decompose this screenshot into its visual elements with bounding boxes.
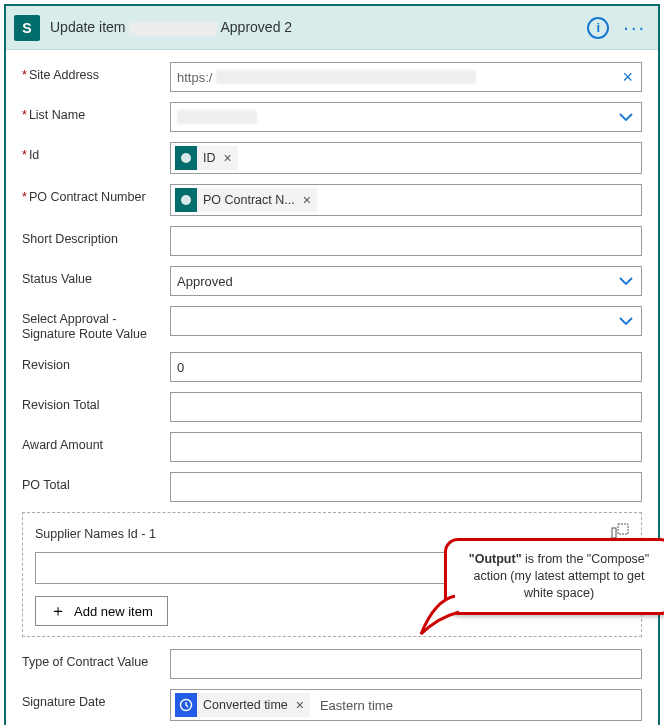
status-select[interactable]: Approved [170, 266, 642, 296]
svg-rect-2 [612, 528, 616, 538]
redacted-text [177, 110, 257, 124]
annotation-callout: "Output" is from the "Compose" action (m… [444, 538, 664, 615]
token-remove-icon[interactable]: × [294, 697, 306, 713]
label-type-contract: Type of Contract Value [22, 649, 170, 670]
token-remove-icon[interactable]: × [301, 192, 313, 208]
action-card: S Update item xxxx Approved 2 i ··· *Sit… [4, 4, 660, 725]
list-name-select[interactable] [170, 102, 642, 132]
label-po-total: PO Total [22, 472, 170, 493]
sharepoint-icon [175, 146, 197, 170]
chevron-down-icon[interactable] [619, 316, 633, 326]
clear-icon[interactable]: × [622, 68, 633, 86]
approval-route-select[interactable] [170, 306, 642, 336]
add-new-item-button[interactable]: ＋ Add new item [35, 596, 168, 626]
label-list-name: *List Name [22, 102, 170, 123]
more-menu-icon[interactable]: ··· [619, 16, 650, 39]
redacted-text [216, 70, 476, 84]
label-po-contract: *PO Contract Number [22, 184, 170, 205]
sharepoint-icon [175, 188, 197, 212]
clock-icon [175, 693, 197, 717]
po-total-input[interactable] [170, 472, 642, 502]
label-revision-total: Revision Total [22, 392, 170, 413]
revision-total-input[interactable] [170, 392, 642, 422]
signature-date-input[interactable]: Converted time × Eastern time [170, 689, 642, 721]
callout-tail [415, 588, 463, 638]
token-po-contract: PO Contract N... × [175, 188, 317, 212]
label-approval-route: Select Approval - Signature Route Value [22, 306, 170, 342]
token-converted-time: Converted time × [175, 693, 310, 717]
token-id: ID × [175, 146, 238, 170]
svg-point-0 [181, 153, 191, 163]
info-icon[interactable]: i [587, 17, 609, 39]
po-contract-input[interactable]: PO Contract N... × [170, 184, 642, 216]
plus-icon: ＋ [50, 603, 66, 619]
chevron-down-icon[interactable] [619, 112, 633, 122]
svg-rect-3 [618, 524, 628, 534]
token-remove-icon[interactable]: × [222, 150, 234, 166]
short-desc-input[interactable] [170, 226, 642, 256]
label-signature-date: Signature Date [22, 689, 170, 710]
redacted-text: xxxx [129, 22, 217, 36]
award-amount-input[interactable] [170, 432, 642, 462]
label-revision: Revision [22, 352, 170, 373]
label-status: Status Value [22, 266, 170, 287]
trailing-text: Eastern time [320, 698, 393, 713]
label-site-address: *Site Address [22, 62, 170, 83]
site-address-input[interactable]: https:/ × [170, 62, 642, 92]
revision-input[interactable]: 0 [170, 352, 642, 382]
card-body: *Site Address https:/ × *List Name *Id [6, 50, 658, 725]
card-header: S Update item xxxx Approved 2 i ··· [6, 6, 658, 50]
svg-point-1 [181, 195, 191, 205]
label-short-desc: Short Description [22, 226, 170, 247]
card-title: Update item xxxx Approved 2 [50, 19, 577, 35]
type-contract-input[interactable] [170, 649, 642, 679]
label-award-amount: Award Amount [22, 432, 170, 453]
id-input[interactable]: ID × [170, 142, 642, 174]
label-id: *Id [22, 142, 170, 163]
sharepoint-icon: S [14, 15, 40, 41]
chevron-down-icon[interactable] [619, 276, 633, 286]
